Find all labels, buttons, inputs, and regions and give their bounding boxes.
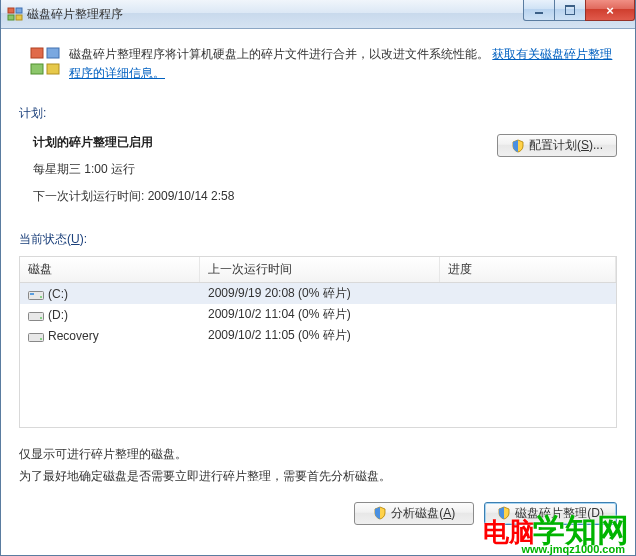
svg-point-14: [40, 338, 42, 340]
window-title: 磁盘碎片整理程序: [27, 6, 123, 23]
schedule-heading: 计划的碎片整理已启用: [33, 134, 497, 151]
disk-icon: [28, 288, 44, 300]
last-run-cell: 2009/10/2 11:04 (0% 碎片): [200, 304, 440, 325]
disk-cell: (D:): [20, 306, 200, 324]
window-controls: ×: [524, 0, 635, 20]
progress-cell: [440, 313, 616, 317]
svg-rect-9: [30, 293, 34, 295]
analyze-button-label: 分析磁盘(A): [391, 505, 455, 522]
disk-name: Recovery: [48, 329, 99, 343]
table-row[interactable]: Recovery2009/10/2 11:05 (0% 碎片): [20, 325, 616, 346]
app-icon: [7, 6, 23, 22]
schedule-line-1: 每星期三 1:00 运行: [33, 161, 497, 178]
disk-rows: (C:)2009/9/19 20:08 (0% 碎片)(D:)2009/10/2…: [20, 283, 616, 346]
svg-point-12: [40, 317, 42, 319]
note-line-2: 为了最好地确定磁盘是否需要立即进行碎片整理，需要首先分析磁盘。: [19, 466, 617, 488]
svg-point-10: [40, 296, 42, 298]
table-row[interactable]: (C:)2009/9/19 20:08 (0% 碎片): [20, 283, 616, 304]
analyze-button[interactable]: 分析磁盘(A): [354, 502, 474, 525]
svg-rect-6: [31, 64, 43, 74]
disk-icon: [28, 309, 44, 321]
progress-cell: [440, 334, 616, 338]
svg-rect-2: [8, 15, 14, 20]
disk-name: (C:): [48, 287, 68, 301]
defrag-button[interactable]: 磁盘碎片整理(D): [484, 502, 617, 525]
watermark-url: www.jmqz1000.com: [521, 543, 625, 555]
titlebar: 磁盘碎片整理程序 ×: [1, 0, 635, 29]
column-disk[interactable]: 磁盘: [20, 257, 200, 282]
last-run-cell: 2009/9/19 20:08 (0% 碎片): [200, 283, 440, 304]
info-text: 磁盘碎片整理程序将计算机硬盘上的碎片文件进行合并，以改进文件系统性能。 获取有关…: [69, 45, 617, 83]
info-description: 磁盘碎片整理程序将计算机硬盘上的碎片文件进行合并，以改进文件系统性能。: [69, 47, 489, 61]
shield-icon: [373, 506, 387, 520]
app-window: 磁盘碎片整理程序 × 磁盘碎片整理程序将计算机硬盘上的碎片文件进行合并，以改进文…: [0, 0, 636, 556]
schedule-section-label: 计划:: [1, 89, 635, 126]
progress-cell: [440, 292, 616, 296]
status-section-label: 当前状态(U):: [1, 215, 635, 252]
schedule-row: 计划的碎片整理已启用 每星期三 1:00 运行 下一次计划运行时间: 2009/…: [1, 126, 635, 215]
schedule-actions: 配置计划(S)...: [497, 134, 617, 157]
notes: 仅显示可进行碎片整理的磁盘。 为了最好地确定磁盘是否需要立即进行碎片整理，需要首…: [1, 444, 635, 487]
disk-icon: [28, 330, 44, 342]
table-row[interactable]: (D:)2009/10/2 11:04 (0% 碎片): [20, 304, 616, 325]
info-banner: 磁盘碎片整理程序将计算机硬盘上的碎片文件进行合并，以改进文件系统性能。 获取有关…: [1, 29, 635, 89]
column-last-run[interactable]: 上一次运行时间: [200, 257, 440, 282]
content-area: 磁盘碎片整理程序将计算机硬盘上的碎片文件进行合并，以改进文件系统性能。 获取有关…: [1, 29, 635, 525]
note-line-1: 仅显示可进行碎片整理的磁盘。: [19, 444, 617, 466]
svg-rect-1: [16, 8, 22, 13]
action-buttons: 分析磁盘(A) 磁盘碎片整理(D): [1, 488, 635, 525]
svg-rect-7: [47, 64, 59, 74]
defrag-icon: [29, 45, 61, 77]
svg-rect-11: [29, 312, 44, 320]
defrag-button-label: 磁盘碎片整理(D): [515, 505, 604, 522]
disk-cell: Recovery: [20, 327, 200, 345]
close-button[interactable]: ×: [585, 0, 635, 21]
column-progress[interactable]: 进度: [440, 257, 616, 282]
disk-list-header: 磁盘 上一次运行时间 进度: [20, 257, 616, 283]
svg-rect-4: [31, 48, 43, 58]
shield-icon: [511, 139, 525, 153]
schedule-info: 计划的碎片整理已启用 每星期三 1:00 运行 下一次计划运行时间: 2009/…: [33, 134, 497, 215]
svg-rect-0: [8, 8, 14, 13]
shield-icon: [497, 506, 511, 520]
schedule-line-2: 下一次计划运行时间: 2009/10/14 2:58: [33, 188, 497, 205]
disk-list[interactable]: 磁盘 上一次运行时间 进度 (C:)2009/9/19 20:08 (0% 碎片…: [19, 256, 617, 428]
svg-rect-13: [29, 333, 44, 341]
minimize-button[interactable]: [523, 0, 555, 21]
configure-button-label: 配置计划(S)...: [529, 137, 603, 154]
disk-name: (D:): [48, 308, 68, 322]
last-run-cell: 2009/10/2 11:05 (0% 碎片): [200, 325, 440, 346]
configure-schedule-button[interactable]: 配置计划(S)...: [497, 134, 617, 157]
disk-cell: (C:): [20, 285, 200, 303]
svg-rect-8: [29, 291, 44, 299]
maximize-button[interactable]: [554, 0, 586, 21]
svg-rect-5: [47, 48, 59, 58]
svg-rect-3: [16, 15, 22, 20]
